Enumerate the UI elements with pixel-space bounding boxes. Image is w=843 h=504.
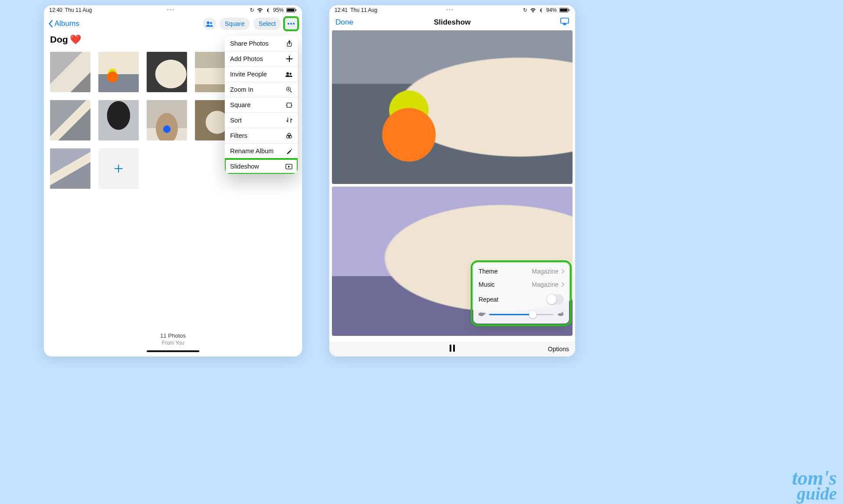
select-button[interactable]: Select	[253, 18, 281, 30]
ipad-slideshow: 12:41 Thu 11 Aug ••• ↻ 94% Done Slidesho…	[329, 5, 575, 356]
dnd-moon-icon	[539, 8, 544, 13]
status-bar: 12:41 Thu 11 Aug ••• ↻ 94%	[329, 5, 575, 15]
photo-count: 11 Photos	[44, 332, 302, 339]
watermark: tom'sguide	[792, 469, 837, 501]
home-indicator[interactable]	[147, 350, 199, 352]
svg-rect-18	[560, 9, 567, 11]
done-button[interactable]: Done	[335, 18, 353, 27]
svg-rect-19	[569, 9, 569, 11]
photo-thumbnail[interactable]	[147, 100, 187, 140]
play-rect-icon	[285, 164, 292, 169]
chevron-right-icon	[559, 269, 564, 274]
svg-point-4	[210, 22, 212, 24]
svg-point-5	[288, 23, 289, 25]
sort-icon	[286, 117, 292, 123]
svg-rect-12	[287, 103, 292, 107]
status-date: Thu 11 Aug	[350, 7, 377, 13]
slideshow-toolbar: Options	[329, 342, 575, 356]
share-icon	[286, 40, 292, 47]
slideshow-options-panel: Theme Magazine Music Magazine Repeat	[473, 263, 569, 324]
svg-point-7	[293, 23, 295, 25]
ipad-photos-album: 12:40 Thu 11 Aug ••• ↻ 95% Albums	[44, 5, 302, 356]
menu-slideshow[interactable]: Slideshow	[225, 159, 298, 174]
menu-filters[interactable]: Filters	[225, 128, 298, 144]
square-layout-button[interactable]: Square	[220, 18, 250, 30]
pause-icon	[449, 345, 455, 352]
pencil-icon	[286, 148, 292, 154]
photo-thumbnail[interactable]	[50, 100, 90, 140]
menu-invite-people[interactable]: Invite People	[225, 67, 298, 82]
photo-thumbnail[interactable]	[50, 148, 90, 189]
album-owner: From You	[44, 340, 302, 346]
page-title: Slideshow	[329, 18, 575, 27]
airplay-icon	[560, 18, 569, 25]
back-label: Albums	[54, 19, 79, 28]
status-bar: 12:40 Thu 11 Aug ••• ↻ 95%	[44, 5, 302, 15]
menu-square[interactable]: Square	[225, 97, 298, 113]
battery-icon	[286, 7, 297, 13]
menu-sort[interactable]: Sort	[225, 113, 298, 128]
dnd-moon-icon	[266, 8, 270, 13]
people-icon	[285, 72, 292, 77]
aspect-icon	[286, 102, 292, 108]
airplay-button[interactable]	[560, 18, 569, 27]
chevron-left-icon	[48, 20, 54, 28]
photo-thumbnail[interactable]	[147, 52, 187, 92]
svg-point-3	[207, 22, 209, 24]
wifi-icon	[530, 8, 536, 13]
battery-icon	[559, 7, 570, 13]
photo-thumbnail[interactable]	[50, 52, 90, 92]
options-button[interactable]: Options	[548, 346, 569, 353]
more-menu-button[interactable]	[285, 18, 298, 30]
svg-rect-2	[295, 9, 296, 11]
photo-thumbnail[interactable]	[98, 100, 139, 140]
add-photo-button[interactable]	[98, 148, 139, 189]
heart-icon: ❤️	[70, 34, 81, 45]
slideshow-canvas[interactable]: Theme Magazine Music Magazine Repeat	[329, 30, 575, 336]
shared-library-button[interactable]	[203, 18, 216, 30]
menu-share-photos[interactable]: Share Photos	[225, 36, 298, 51]
menu-rename-album[interactable]: Rename Album	[225, 144, 298, 159]
menu-add-photos[interactable]: Add Photos	[225, 51, 298, 67]
battery-percent: 95%	[273, 7, 284, 13]
slide-photo	[332, 30, 573, 184]
plus-icon	[113, 163, 124, 174]
option-theme[interactable]: Theme Magazine	[473, 265, 569, 278]
sync-icon: ↻	[523, 7, 527, 13]
svg-rect-25	[453, 345, 455, 352]
option-music[interactable]: Music Magazine	[473, 278, 569, 291]
svg-point-23	[558, 313, 563, 316]
chevron-right-icon	[559, 282, 564, 287]
rabbit-icon	[557, 310, 565, 318]
filter-icon	[286, 133, 292, 139]
svg-point-6	[290, 23, 292, 25]
svg-point-10	[289, 72, 291, 74]
svg-rect-1	[287, 9, 294, 11]
status-time: 12:40	[49, 7, 62, 13]
back-albums-button[interactable]: Albums	[48, 19, 79, 28]
pause-button[interactable]	[449, 345, 455, 353]
zoom-in-icon	[286, 86, 292, 93]
sync-icon: ↻	[250, 7, 254, 13]
multitask-dots-icon[interactable]: •••	[167, 7, 175, 13]
svg-point-22	[484, 313, 486, 314]
multitask-dots-icon[interactable]: •••	[446, 7, 454, 13]
more-menu-dropdown: Share Photos Add Photos Invite People Zo…	[225, 36, 298, 174]
repeat-toggle[interactable]	[546, 294, 564, 305]
status-time: 12:41	[335, 7, 348, 13]
status-date: Thu 11 Aug	[65, 7, 92, 13]
option-repeat[interactable]: Repeat	[473, 291, 569, 308]
menu-zoom-in[interactable]: Zoom In	[225, 82, 298, 97]
wifi-icon	[257, 8, 263, 13]
nav-bar: Albums Square Select	[44, 15, 302, 34]
album-footer: 11 Photos From You	[44, 332, 302, 352]
photo-thumbnail[interactable]	[98, 52, 139, 92]
battery-percent: 94%	[546, 7, 557, 13]
svg-rect-24	[450, 345, 451, 352]
svg-point-21	[479, 313, 484, 316]
option-speed-slider[interactable]	[473, 308, 569, 322]
svg-point-9	[286, 72, 289, 75]
ellipsis-icon	[288, 23, 295, 25]
plus-icon	[286, 56, 292, 62]
nav-bar: Done Slideshow	[329, 15, 575, 30]
